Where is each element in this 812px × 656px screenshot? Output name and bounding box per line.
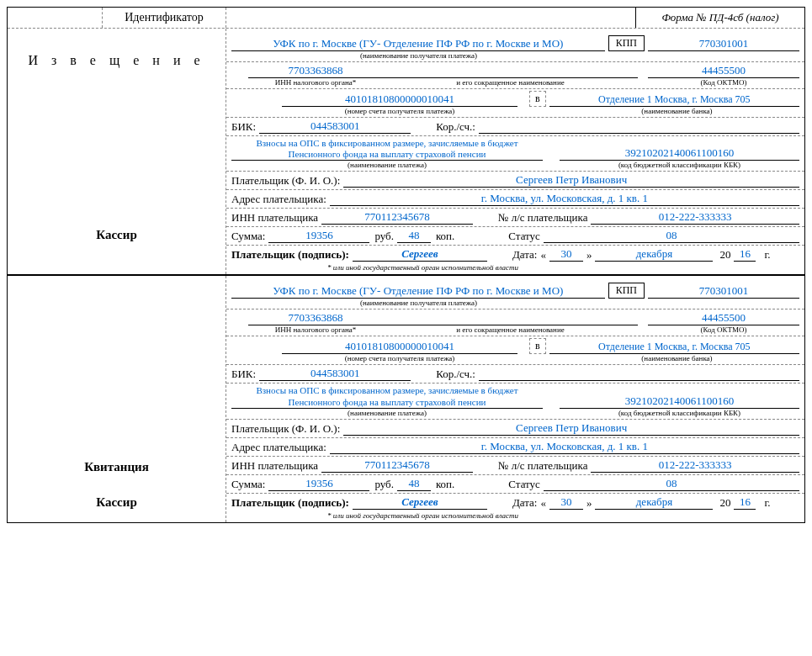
payment-sub: (наименование платежа) xyxy=(231,161,543,169)
kor xyxy=(479,120,799,134)
payer-acc-2: 012-222-333333 xyxy=(591,458,799,473)
signature-2: Сергеев xyxy=(353,495,487,510)
oktmo: 44455500 xyxy=(648,64,799,78)
kbk-sub: (код бюджетной классификации КБК) xyxy=(560,161,799,169)
quote-close: » xyxy=(583,248,596,262)
bank-sub: (наименование банка) xyxy=(555,107,799,115)
sum-label: Сумма: xyxy=(231,230,268,243)
header-row: Идентификатор Форма № ПД-4сб (налог) xyxy=(8,8,804,29)
bik-2: 044583001 xyxy=(259,367,411,381)
date-year-2: 16 xyxy=(734,495,756,510)
recipient-sub: (наименование получателя платежа) xyxy=(231,51,606,60)
kpp-value-2: 770301001 xyxy=(648,284,799,299)
bik-label: БИК: xyxy=(231,120,259,134)
identifier-value xyxy=(226,8,636,28)
kbk: 39210202140061100160 xyxy=(560,146,799,161)
cashier-label-2: Кассир xyxy=(96,495,136,510)
payer-inn-label: ИНН плательщика xyxy=(231,211,321,225)
identifier-label: Идентификатор xyxy=(102,8,226,28)
kbk-2: 39210202140061100160 xyxy=(560,394,799,409)
receipt-section: Квитанция Кассир УФК по г. Москве (ГУ- О… xyxy=(8,276,804,521)
kpp-value: 770301001 xyxy=(648,37,799,51)
oktmo-2: 44455500 xyxy=(648,311,799,325)
notice-section: И з в е щ е н и е Кассир УФК по г. Москв… xyxy=(8,29,804,274)
sum-kop: 48 xyxy=(397,229,431,243)
recipient-name-2: УФК по г. Москве (ГУ- Отделение ПФ РФ по… xyxy=(231,284,605,299)
payer-name: Сергеев Петр Иванович xyxy=(343,173,799,188)
bik: 044583001 xyxy=(259,119,411,134)
account-sub: (номер счета получателя платежа) xyxy=(282,107,517,115)
year-prefix: 20 xyxy=(713,248,734,262)
payment-form: Идентификатор Форма № ПД-4сб (налог) И з… xyxy=(7,7,805,523)
payer-addr: г. Москва, ул. Московская, д. 1 кв. 1 xyxy=(330,192,799,206)
kor-label: Кор./сч.: xyxy=(436,120,479,134)
status-2: 08 xyxy=(544,477,799,491)
sum-rub: 19356 xyxy=(268,229,369,243)
footnote: * или иной государственный орган исполни… xyxy=(226,263,804,274)
bank: Отделение 1 Москва, г. Москва 705 xyxy=(549,93,799,107)
payer-name-2: Сергеев Петр Иванович xyxy=(343,421,799,436)
cashier-label: Кассир xyxy=(96,228,136,242)
kop-label: коп. xyxy=(431,230,458,243)
payer-addr-2: г. Москва, ул. Московская, д. 1 кв. 1 xyxy=(330,440,799,454)
payer-label: Плательщик (Ф. И. О.): xyxy=(231,174,343,188)
signature: Сергеев xyxy=(353,247,487,262)
date-day-2: 30 xyxy=(549,495,583,510)
status: 08 xyxy=(544,229,799,243)
signature-label: Плательщик (подпись): xyxy=(231,248,353,262)
bank-2: Отделение 1 Москва, г. Москва 705 xyxy=(549,341,799,354)
quote-open: « xyxy=(540,248,549,262)
status-label: Статус xyxy=(508,230,544,243)
date-day: 30 xyxy=(549,247,583,262)
recipient-name: УФК по г. Москве (ГУ- Отделение ПФ РФ по… xyxy=(231,37,605,51)
rub-label: руб. xyxy=(369,230,397,243)
inn-tax-sub: ИНН налогового органа* xyxy=(248,78,383,87)
payer-acc: 012-222-333333 xyxy=(591,210,799,225)
date-month-2: декабря xyxy=(595,495,713,510)
payer-addr-label: Адрес плательщика: xyxy=(231,193,330,206)
v-label: в xyxy=(529,91,546,107)
payment-desc: Взносы на ОПС в фиксированном размере, з… xyxy=(231,138,543,161)
payer-acc-label: № л/с плательщика xyxy=(498,211,591,225)
receipt-title: Квитанция xyxy=(84,460,149,474)
inn-tax-2: 7703363868 xyxy=(248,311,383,325)
date-month: декабря xyxy=(595,247,713,262)
sum-rub-2: 19356 xyxy=(268,477,369,491)
kpp-label: КПП xyxy=(608,35,645,51)
form-title: Форма № ПД-4сб (налог) xyxy=(636,8,804,28)
payment-desc-2: Взносы на ОПС в фиксированном размере, з… xyxy=(231,385,543,408)
footnote-2: * или иной государственный орган исполни… xyxy=(226,511,804,522)
date-year: 16 xyxy=(734,247,756,262)
notice-title: И з в е щ е н и е xyxy=(28,53,204,68)
account-2: 40101810800000010041 xyxy=(282,340,517,354)
short-name-sub: и его сокращенное наименование xyxy=(383,78,638,87)
year-suffix: г. xyxy=(756,248,773,262)
inn-tax: 7703363868 xyxy=(248,64,383,78)
oktmo-sub: (Код ОКТМО) xyxy=(648,78,799,87)
sum-kop-2: 48 xyxy=(397,477,431,491)
account: 40101810800000010041 xyxy=(282,93,517,107)
date-label: Дата: xyxy=(512,248,541,262)
payer-inn: 770112345678 xyxy=(321,210,473,225)
kpp-label-2: КПП xyxy=(608,283,645,299)
payer-inn-2: 770112345678 xyxy=(321,458,473,473)
